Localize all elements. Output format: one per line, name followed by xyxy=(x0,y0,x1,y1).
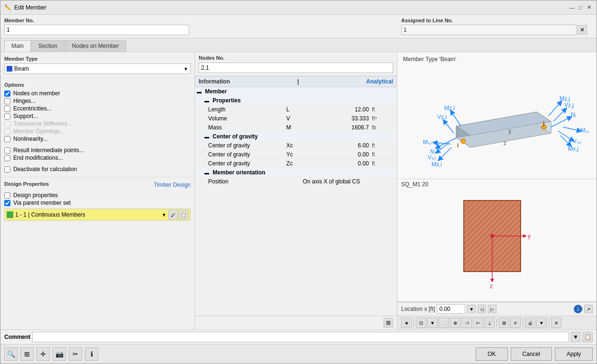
svg-marker-38 xyxy=(523,234,527,238)
eccentricities-checkbox[interactable] xyxy=(4,106,10,112)
svg-text:Vᵧ,ⱼ: Vᵧ,ⱼ xyxy=(573,138,581,145)
member-type-dropdown[interactable]: Beam ▼ xyxy=(4,64,191,74)
via-parent-checkbox[interactable] xyxy=(4,200,10,206)
cancel-button[interactable]: Cancel xyxy=(511,347,552,361)
svg-text:Vz,j: Vz,j xyxy=(564,102,574,109)
svg-line-28 xyxy=(560,136,570,145)
location-prev-btn[interactable]: ◁ xyxy=(478,305,486,313)
axes-tool-btn[interactable]: ✛ xyxy=(37,347,50,361)
camera-tool-btn[interactable]: 📷 xyxy=(53,347,66,361)
member-set-dropdown-arrow[interactable]: ▼ xyxy=(162,212,166,218)
tab-main[interactable]: Main xyxy=(4,40,31,52)
checkbox-support: Support... xyxy=(4,112,191,120)
toolbar-print-btn[interactable]: 🖨 xyxy=(525,318,535,328)
toolbar-measure-btn[interactable]: ⊥ xyxy=(484,318,495,328)
toolbar-dropdown-btn[interactable]: ▼ xyxy=(427,318,438,328)
close-button[interactable]: ✕ xyxy=(585,4,593,11)
search-tool-btn[interactable]: 🔍 xyxy=(4,347,18,361)
toolbar-center-btn[interactable]: ⊢ xyxy=(473,318,483,328)
svg-line-10 xyxy=(444,121,454,133)
nonlinearity-checkbox[interactable] xyxy=(4,136,10,142)
location-dropdown-btn[interactable]: ▼ xyxy=(467,305,476,313)
comment-dropdown-btn[interactable]: ▼ xyxy=(571,332,580,342)
svg-line-24 xyxy=(549,102,560,116)
mass-value: 1606.7 xyxy=(301,123,370,132)
toolbar-settings-btn[interactable]: ✕ xyxy=(551,318,561,328)
location-input[interactable] xyxy=(437,304,465,314)
cog-xc-value: 6.00 xyxy=(301,141,370,150)
member-set-view-btn[interactable]: 📋 xyxy=(179,210,188,219)
checkbox-nodes-on-member: Nodes on member xyxy=(4,90,191,97)
location-next-btn[interactable]: ▷ xyxy=(488,305,496,313)
member-type-section: Member Type Beam ▼ xyxy=(0,52,194,78)
cut-tool-btn[interactable]: ✂ xyxy=(69,347,82,361)
table-view-btn[interactable]: ⊞ xyxy=(384,318,393,328)
mass-unit: lb xyxy=(371,123,397,132)
svg-text:Mz,j: Mz,j xyxy=(560,95,570,102)
member-set-color-box xyxy=(7,211,13,218)
member-no-input[interactable] xyxy=(4,25,189,35)
toolbar-star-btn[interactable]: ★ xyxy=(401,318,412,328)
hinges-checkbox[interactable] xyxy=(4,98,10,104)
result-intermediate-checkbox[interactable] xyxy=(4,147,10,154)
hinges-label: Hinges... xyxy=(13,98,36,104)
table-row: Length L 12.00 ft xyxy=(195,105,397,114)
svg-marker-41 xyxy=(490,279,494,282)
length-symbol: L xyxy=(285,105,301,114)
member-toggle-icon[interactable]: ▬ xyxy=(197,89,202,94)
info-tree-section: ▬ Member ▬ Properties Length xyxy=(195,87,397,316)
member-openings-checkbox xyxy=(4,128,10,135)
orientation-group-label: Member orientation xyxy=(212,169,265,176)
tab-nodes-on-member[interactable]: Nodes on Member xyxy=(65,40,126,52)
info-tool-btn[interactable]: ℹ xyxy=(85,347,98,361)
nodes-no-input[interactable] xyxy=(199,63,393,73)
svg-line-20 xyxy=(558,131,572,140)
maximize-button[interactable]: □ xyxy=(577,4,584,11)
timber-design-link[interactable]: Timber Design xyxy=(154,182,191,188)
tab-section[interactable]: Section xyxy=(31,40,64,52)
svg-text:y: y xyxy=(508,128,511,135)
comment-icon-btn[interactable]: 📋 xyxy=(582,332,593,342)
properties-toggle-icon[interactable]: ▬ xyxy=(204,98,209,103)
cog-toggle-icon[interactable]: ▬ xyxy=(204,134,209,139)
apply-button[interactable]: Apply xyxy=(555,347,593,361)
assigned-input[interactable] xyxy=(401,25,577,35)
member-set-edit-btn[interactable]: 🖊 xyxy=(168,210,178,219)
comment-input[interactable] xyxy=(32,332,569,342)
member-openings-label: Member Openings... xyxy=(13,128,65,135)
table-row: ▬ Member orientation xyxy=(195,168,397,177)
deactivate-checkbox[interactable] xyxy=(4,166,10,173)
nodes-on-member-checkbox[interactable] xyxy=(4,91,10,97)
toolbar-table-btn[interactable]: ⊞ xyxy=(499,318,509,328)
toolbar-align-btn[interactable]: ⊣ xyxy=(461,318,472,328)
table-row: Volume V 33.333 ft³ xyxy=(195,114,397,123)
info-icon-btn[interactable]: i xyxy=(574,305,582,313)
ok-button[interactable]: OK xyxy=(476,347,507,361)
toolbar-grid-btn[interactable]: ⊡ xyxy=(416,318,426,328)
analytical-link[interactable]: Analytical xyxy=(366,78,393,85)
minimize-button[interactable]: — xyxy=(568,4,576,11)
checkbox-eccentricities: Eccentricities... xyxy=(4,105,191,112)
assigned-icon-btn[interactable]: ✕ xyxy=(578,25,587,35)
nonlinearity-label: Nonlinearity... xyxy=(13,136,47,142)
bottom-right-buttons: OK Cancel Apply xyxy=(476,347,593,361)
orientation-toggle-icon[interactable]: ▬ xyxy=(204,170,209,175)
toolbar-snap-btn[interactable]: ⊕ xyxy=(450,318,460,328)
numbering-tool-btn[interactable]: ⊞ xyxy=(20,347,34,361)
section-view-btn[interactable]: ↗ xyxy=(584,305,593,313)
support-checkbox[interactable] xyxy=(4,113,10,119)
cog-xc-label: Center of gravity xyxy=(195,141,285,150)
middle-group xyxy=(195,15,397,38)
toolbar-list-btn[interactable]: ≡ xyxy=(510,318,521,328)
toolbar-frame-btn[interactable]: ⬜ xyxy=(439,318,449,328)
position-label: Position xyxy=(195,177,285,186)
end-modifications-checkbox[interactable] xyxy=(4,155,10,161)
cog-yc-value: 0.00 xyxy=(301,150,370,159)
toolbar-print-dropdown-btn[interactable]: ▼ xyxy=(536,318,547,328)
design-properties-checkbox[interactable] xyxy=(4,192,10,199)
table-row: Mass M 1606.7 lb xyxy=(195,123,397,132)
checkbox-deactivate: Deactivate for calculation xyxy=(4,165,191,173)
edit-member-window: ✏️ Edit Member — □ ✕ Member No. Assigned… xyxy=(0,0,597,364)
comment-bar: Comment ▼ 📋 xyxy=(0,329,597,344)
titlebar-left: ✏️ Edit Member xyxy=(4,4,46,11)
